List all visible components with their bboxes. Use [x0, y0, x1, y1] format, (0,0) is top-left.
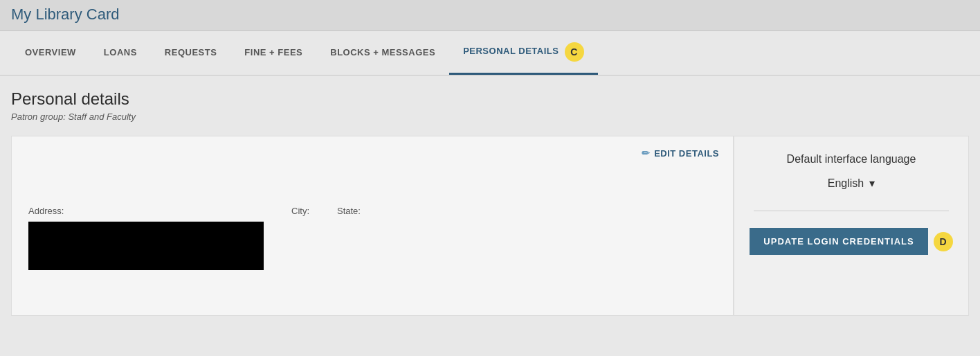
panel-divider	[754, 211, 949, 211]
tab-annotation-c: C	[565, 42, 584, 62]
address-value-redacted	[28, 222, 264, 270]
tab-bar: OVERVIEW LOANS REQUESTS FINE + FEES BLOC…	[0, 31, 980, 75]
btn-annotation-d: D	[934, 232, 953, 251]
address-label: Address:	[28, 206, 264, 216]
state-label: State:	[337, 206, 361, 216]
address-section: Address: City: State:	[28, 206, 716, 270]
tab-loans[interactable]: LOANS	[90, 36, 151, 71]
section-title: Personal details	[11, 89, 969, 109]
pencil-icon: ✏	[642, 148, 651, 159]
tab-personal-details[interactable]: PERSONAL DETAILS C	[449, 31, 597, 75]
details-card: ✏ EDIT DETAILS Address: City: State:	[11, 136, 734, 316]
tab-requests[interactable]: REQUESTS	[151, 36, 231, 71]
right-panel: Default interface language English ▾ UPD…	[734, 136, 969, 316]
tab-overview[interactable]: OVERVIEW	[11, 36, 90, 71]
tab-fine-fees[interactable]: FINE + FEES	[230, 36, 316, 71]
language-select-wrapper: English ▾	[828, 177, 875, 190]
patron-group-label: Patron group: Staff and Faculty	[11, 112, 969, 122]
language-label: Default interface language	[787, 153, 916, 166]
language-value: English	[828, 177, 864, 190]
tab-blocks-messages[interactable]: BLOCKS + MESSAGES	[316, 36, 449, 71]
city-field-group: City:	[291, 206, 309, 270]
address-field-group: Address:	[28, 206, 264, 270]
edit-details-button[interactable]: ✏ EDIT DETAILS	[642, 148, 719, 159]
content-area: Personal details Patron group: Staff and…	[0, 75, 980, 330]
dropdown-arrow-icon[interactable]: ▾	[869, 177, 875, 190]
update-btn-row: UPDATE LOGIN CREDENTIALS D	[750, 228, 952, 255]
main-layout: ✏ EDIT DETAILS Address: City: State: Def…	[11, 136, 969, 316]
update-login-credentials-button[interactable]: UPDATE LOGIN CREDENTIALS	[750, 228, 927, 255]
page-header: My Library Card	[0, 0, 980, 31]
city-label: City:	[291, 206, 309, 216]
state-field-group: State:	[337, 206, 361, 270]
page-title: My Library Card	[11, 6, 969, 24]
